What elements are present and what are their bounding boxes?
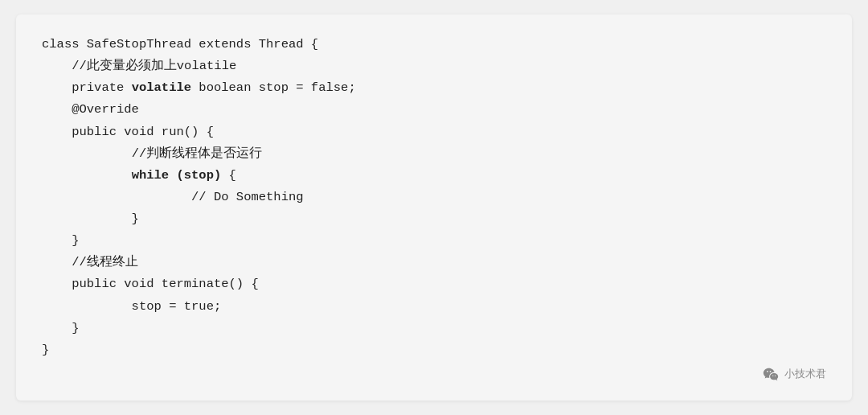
keyword-volatile: volatile xyxy=(132,80,191,95)
code-line-7: while (stop) { xyxy=(42,168,236,183)
code-line-13: stop = true; xyxy=(42,299,221,314)
wechat-icon xyxy=(762,365,780,383)
code-line-15: } xyxy=(42,343,49,357)
comment-1: //此变量必须加上volatile xyxy=(72,59,236,73)
code-line-9: } xyxy=(42,212,139,226)
code-line-2: //此变量必须加上volatile xyxy=(42,59,236,73)
code-line-12: public void terminate() { xyxy=(42,277,259,291)
code-line-4: @Override xyxy=(42,102,139,117)
watermark: 小技术君 xyxy=(762,365,826,383)
keyword-while: while (stop) xyxy=(132,168,222,183)
code-line-3: private volatile boolean stop = false; xyxy=(42,80,356,95)
code-container: class SafeStopThread extends Thread { //… xyxy=(16,14,852,401)
code-line-1: class SafeStopThread extends Thread { xyxy=(42,37,318,51)
code-line-14: } xyxy=(42,321,80,335)
watermark-text: 小技术君 xyxy=(784,367,826,381)
code-line-11: //线程终止 xyxy=(42,255,138,269)
code-line-5: public void run() { xyxy=(42,125,214,139)
comment-3: //线程终止 xyxy=(72,255,138,269)
code-line-10: } xyxy=(42,233,80,248)
code-line-8: // Do Something xyxy=(42,190,304,204)
code-block: class SafeStopThread extends Thread { //… xyxy=(42,34,826,361)
code-line-6: //判断线程体是否运行 xyxy=(42,146,262,161)
comment-2: //判断线程体是否运行 xyxy=(132,146,263,161)
